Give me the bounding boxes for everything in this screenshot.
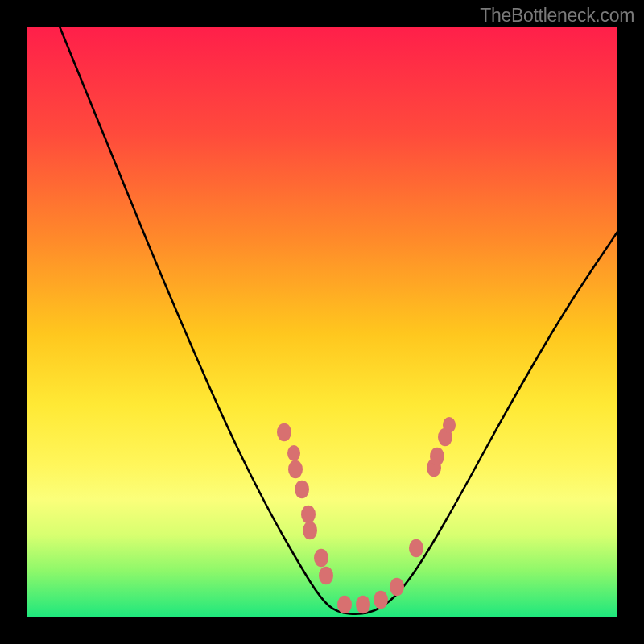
data-marker — [303, 522, 317, 540]
chart-markers — [277, 417, 456, 613]
data-marker — [319, 567, 333, 585]
watermark-text: TheBottleneck.com — [480, 5, 634, 27]
chart-frame: TheBottleneck.com — [0, 0, 644, 644]
data-marker — [277, 423, 291, 442]
data-marker — [337, 596, 352, 614]
data-marker — [301, 506, 316, 524]
data-marker — [409, 539, 423, 558]
data-marker — [314, 549, 328, 568]
data-marker — [288, 460, 303, 479]
data-marker — [443, 417, 456, 433]
chart-plot-area — [27, 27, 617, 617]
data-marker — [390, 578, 404, 597]
chart-svg — [27, 27, 617, 617]
data-marker — [295, 481, 309, 499]
data-marker — [430, 448, 444, 466]
data-marker — [356, 596, 370, 614]
data-marker — [374, 591, 388, 609]
data-marker — [287, 445, 300, 461]
bottleneck-curve — [60, 27, 617, 614]
